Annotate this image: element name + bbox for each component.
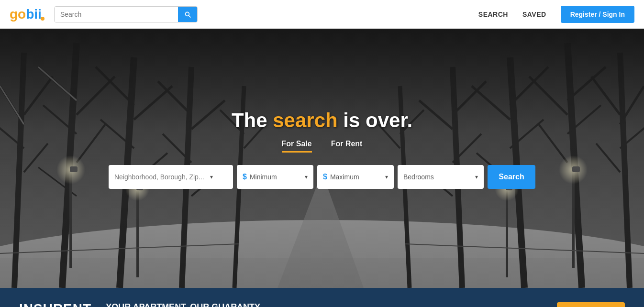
nav-saved-link[interactable]: SAVED [522, 11, 546, 18]
learn-more-button[interactable]: LEARN MORE [557, 302, 625, 307]
header: gobii SEARCH SAVED Register / Sign In [0, 0, 644, 29]
location-dropdown[interactable]: ▾ [109, 165, 233, 189]
nav-right: SEARCH SAVED Register / Sign In [478, 6, 634, 23]
hero-section: The search is over. For Sale For Rent ▾ … [0, 29, 644, 288]
max-dollar-icon: $ [323, 173, 327, 181]
hero-content: The search is over. For Sale For Rent ▾ … [0, 29, 644, 288]
hero-title-highlight: search [273, 109, 337, 132]
maximum-select[interactable]: Maximum [330, 173, 382, 181]
minimum-select[interactable]: Minimum [250, 173, 302, 181]
insurent-logo-text: INSURENT [19, 302, 91, 307]
min-dollar-icon: $ [243, 173, 247, 181]
insurent-logo: INSURENT LEASE GUARANTY [19, 302, 91, 307]
min-chevron-icon: ▾ [305, 174, 308, 180]
hero-search-row: ▾ $ Minimum ▾ $ Maximum ▾ Bedrooms [109, 165, 535, 189]
logo[interactable]: gobii [10, 7, 44, 22]
tab-for-rent[interactable]: For Rent [331, 140, 363, 153]
header-search-button[interactable] [178, 7, 197, 22]
banner-title: YOUR APARTMENT, OUR GUARANTY [106, 302, 543, 307]
logo-dot-icon [41, 17, 44, 21]
hero-title-before: The [232, 109, 273, 132]
bedrooms-dropdown[interactable]: Bedrooms ▾ [398, 165, 484, 189]
nav-search-link[interactable]: SEARCH [478, 11, 508, 18]
location-chevron-icon: ▾ [210, 174, 213, 180]
logo-go: go [10, 7, 26, 22]
hero-title-after: is over. [338, 109, 412, 132]
search-icon [184, 11, 191, 18]
bed-chevron-icon: ▾ [475, 174, 478, 180]
logo-bii: bii [26, 7, 42, 22]
maximum-price-dropdown[interactable]: $ Maximum ▾ [317, 165, 394, 189]
hero-search-button[interactable]: Search [488, 165, 535, 189]
bottom-banner: INSURENT LEASE GUARANTY YOUR APARTMENT, … [0, 288, 644, 307]
listing-type-tabs: For Sale For Rent [282, 140, 363, 153]
hero-title: The search is over. [232, 109, 412, 132]
max-chevron-icon: ▾ [385, 174, 388, 180]
bedrooms-select[interactable]: Bedrooms [403, 173, 472, 181]
register-button[interactable]: Register / Sign In [561, 6, 634, 23]
banner-text-block: YOUR APARTMENT, OUR GUARANTY With the In… [106, 302, 543, 307]
header-search-input[interactable] [55, 7, 178, 22]
minimum-price-dropdown[interactable]: $ Minimum ▾ [237, 165, 313, 189]
location-input[interactable] [114, 173, 210, 181]
header-search-bar [54, 6, 198, 22]
tab-for-sale[interactable]: For Sale [282, 140, 312, 153]
